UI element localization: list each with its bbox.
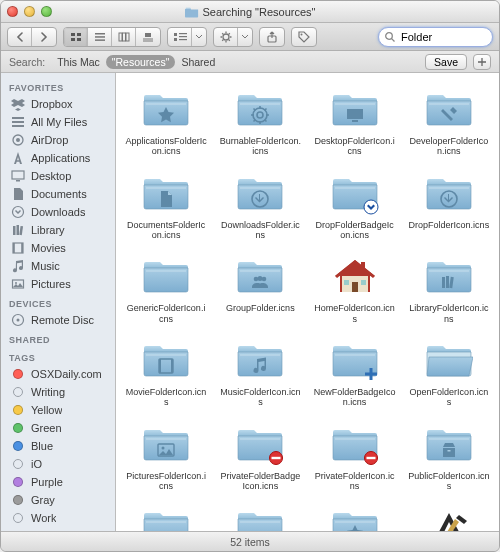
view-coverflow-button[interactable] bbox=[136, 27, 160, 47]
file-item[interactable]: DropFolderBadgeIcon.icns bbox=[309, 165, 401, 245]
view-icons-button[interactable] bbox=[64, 27, 88, 47]
scope-option[interactable]: This Mac bbox=[51, 55, 106, 69]
sidebar-item[interactable]: Purple bbox=[1, 473, 115, 491]
sidebar-item[interactable]: Yellow bbox=[1, 401, 115, 419]
file-item[interactable]: GenericFolderIcon.icns bbox=[120, 248, 212, 328]
sidebar-item[interactable]: Remote Disc bbox=[1, 311, 115, 329]
save-search-button[interactable]: Save bbox=[425, 54, 467, 70]
arrange-button[interactable] bbox=[168, 27, 192, 47]
file-item[interactable]: ServerApplicationsFolderIcon.icns bbox=[309, 499, 401, 531]
sidebar-item[interactable]: Pictures bbox=[1, 275, 115, 293]
sidebar-item-label: Documents bbox=[31, 188, 87, 200]
sidebar-item-label: Remote Disc bbox=[31, 314, 94, 326]
sidebar-item-label: iO bbox=[31, 458, 42, 470]
sidebar-item[interactable]: Movies bbox=[1, 239, 115, 257]
action-dropdown[interactable] bbox=[238, 27, 252, 47]
file-item[interactable]: PrivateFolderIcon.icns bbox=[309, 416, 401, 496]
sidebar-item[interactable]: iO bbox=[1, 455, 115, 473]
file-name: DocumentsFolderIcon.icns bbox=[125, 220, 207, 241]
sidebar-item[interactable]: All My Files bbox=[1, 113, 115, 131]
zoom-button[interactable] bbox=[41, 6, 52, 17]
tag-icon bbox=[11, 493, 25, 507]
file-icon bbox=[421, 336, 477, 384]
arrange-dropdown[interactable] bbox=[192, 27, 206, 47]
file-item[interactable]: DownloadsFolder.icns bbox=[214, 165, 306, 245]
search-icon bbox=[384, 31, 396, 43]
file-name: DropFolderIcon.icns bbox=[409, 220, 490, 240]
action-menu[interactable] bbox=[213, 27, 253, 47]
file-icon bbox=[421, 85, 477, 133]
sidebar-item[interactable]: Documents bbox=[1, 185, 115, 203]
forward-button[interactable] bbox=[32, 27, 56, 47]
sidebar[interactable]: FAVORITESDropboxAll My FilesAirDropAppli… bbox=[1, 73, 116, 531]
sidebar-item[interactable]: Applications bbox=[1, 149, 115, 167]
svg-line-26 bbox=[228, 33, 229, 34]
file-item[interactable]: OpenFolderIcon.icns bbox=[403, 332, 495, 412]
sidebar-icon bbox=[11, 169, 25, 183]
sidebar-icon bbox=[11, 205, 25, 219]
sidebar-item[interactable]: Work bbox=[1, 509, 115, 527]
svg-point-48 bbox=[17, 319, 20, 322]
file-item[interactable]: PrivateFolderBadgeIcon.icns bbox=[214, 416, 306, 496]
view-list-button[interactable] bbox=[88, 27, 112, 47]
file-item[interactable]: BurnableFolderIcon.icns bbox=[214, 81, 306, 161]
sidebar-item[interactable]: Blue bbox=[1, 437, 115, 455]
file-item[interactable]: MovieFolderIcon.icns bbox=[120, 332, 212, 412]
file-item[interactable]: DropFolderIcon.icns bbox=[403, 165, 495, 245]
file-icon bbox=[327, 336, 383, 384]
share-button[interactable] bbox=[260, 27, 284, 47]
sidebar-icon bbox=[11, 259, 25, 273]
sidebar-item[interactable]: Music bbox=[1, 257, 115, 275]
sidebar-item[interactable]: Downloads bbox=[1, 203, 115, 221]
file-item[interactable]: LibraryFolderIcon.icns bbox=[403, 248, 495, 328]
sidebar-item[interactable]: Writing bbox=[1, 383, 115, 401]
scope-option[interactable]: Shared bbox=[175, 55, 221, 69]
file-item[interactable]: MusicFolderIcon.icns bbox=[214, 332, 306, 412]
file-icon bbox=[138, 252, 194, 300]
share-menu[interactable] bbox=[259, 27, 285, 47]
view-columns-button[interactable] bbox=[112, 27, 136, 47]
file-item[interactable]: SidebarApplicationsFolder.icns bbox=[403, 499, 495, 531]
add-rule-button[interactable] bbox=[473, 54, 491, 70]
file-item[interactable]: PublicFolderIcon.icns bbox=[403, 416, 495, 496]
file-item[interactable]: HomeFolderIcon.icns bbox=[309, 248, 401, 328]
sidebar-item[interactable]: Gray bbox=[1, 491, 115, 509]
svg-point-35 bbox=[16, 138, 20, 142]
close-button[interactable] bbox=[7, 6, 18, 17]
content-area[interactable]: ApplicationsFolderIcon.icnsBurnableFolde… bbox=[116, 73, 499, 531]
file-name: PicturesFolderIcon.icns bbox=[125, 471, 207, 492]
svg-rect-15 bbox=[179, 33, 187, 34]
file-icon bbox=[327, 169, 383, 217]
sidebar-item[interactable]: AirDrop bbox=[1, 131, 115, 149]
file-item[interactable]: DesktopFolderIcon.icns bbox=[309, 81, 401, 161]
sidebar-section-header: TAGS bbox=[1, 347, 115, 365]
sidebar-item-label: Gray bbox=[31, 494, 55, 506]
arrange-menu[interactable] bbox=[167, 27, 207, 47]
sidebar-item[interactable]: Dropbox bbox=[1, 95, 115, 113]
file-item[interactable]: ApplicationsFolderIcon.icns bbox=[120, 81, 212, 161]
sidebar-item[interactable]: OSXDaily.com bbox=[1, 365, 115, 383]
file-item[interactable]: NewFolderBadgeIcon.icns bbox=[309, 332, 401, 412]
svg-rect-41 bbox=[19, 226, 23, 235]
file-item[interactable]: ReadOnlyFolderIcon.icns bbox=[214, 499, 306, 531]
tag-icon bbox=[11, 475, 25, 489]
file-item[interactable]: GroupFolder.icns bbox=[214, 248, 306, 328]
minimize-button[interactable] bbox=[24, 6, 35, 17]
file-item[interactable]: DeveloperFolderIcon.icns bbox=[403, 81, 495, 161]
tags-menu[interactable] bbox=[291, 27, 317, 47]
file-icon bbox=[327, 252, 383, 300]
tags-button[interactable] bbox=[292, 27, 316, 47]
scope-option[interactable]: "Resources" bbox=[106, 55, 176, 69]
svg-rect-6 bbox=[95, 39, 105, 41]
action-button[interactable] bbox=[214, 27, 238, 47]
sidebar-icon bbox=[11, 187, 25, 201]
back-button[interactable] bbox=[8, 27, 32, 47]
sidebar-item[interactable]: Desktop bbox=[1, 167, 115, 185]
file-item[interactable]: ReadOnlyFolderBadgeIcon.icns bbox=[120, 499, 212, 531]
sidebar-item[interactable]: Library bbox=[1, 221, 115, 239]
file-icon bbox=[232, 420, 288, 468]
file-item[interactable]: DocumentsFolderIcon.icns bbox=[120, 165, 212, 245]
svg-rect-9 bbox=[126, 33, 129, 41]
sidebar-item[interactable]: Green bbox=[1, 419, 115, 437]
file-item[interactable]: PicturesFolderIcon.icns bbox=[120, 416, 212, 496]
